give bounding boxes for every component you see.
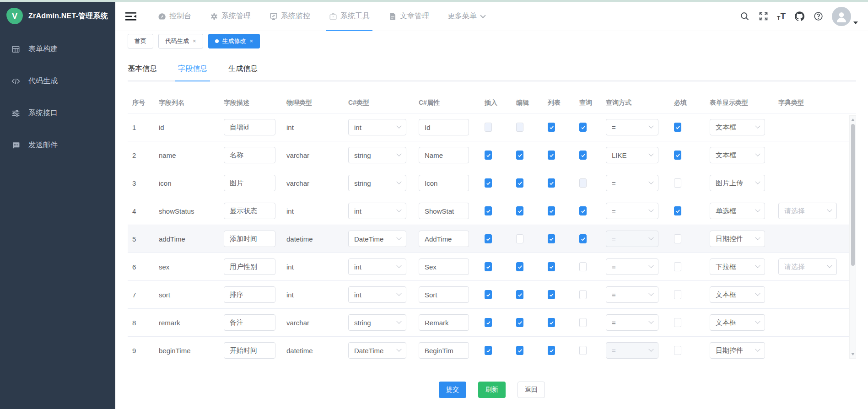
cs-type-select[interactable]: string [348,314,406,331]
edit-checkbox[interactable] [516,151,523,160]
collapse-menu-icon[interactable] [125,12,136,21]
required-checkbox[interactable] [674,318,681,327]
nav-item-console[interactable]: 控制台 [156,2,193,31]
list-checkbox[interactable] [548,262,555,271]
cs-type-select[interactable]: int [348,119,406,135]
field-description-input[interactable] [224,203,275,219]
cs-property-input[interactable] [419,258,469,275]
nav-item-system-mgmt[interactable]: 系统管理 [208,2,253,31]
field-description-input[interactable] [224,175,275,191]
sidebar-item-code-gen[interactable]: 代码生成 [0,65,115,97]
cs-property-input[interactable] [419,231,469,247]
edit-checkbox[interactable] [516,346,523,355]
field-description-input[interactable] [224,258,275,275]
edit-checkbox[interactable] [516,318,523,327]
cs-property-input[interactable] [419,203,469,219]
user-menu[interactable] [832,7,858,26]
query-checkbox[interactable] [579,290,587,299]
cs-property-input[interactable] [419,286,469,303]
cs-type-select[interactable]: int [348,203,406,219]
query-mode-select[interactable]: = [606,119,658,135]
dict-type-select[interactable]: 请选择 [778,203,837,219]
insert-checkbox[interactable] [485,262,492,271]
query-mode-select[interactable]: = [606,314,658,331]
display-type-select[interactable]: 图片上传 [710,175,765,191]
edit-checkbox[interactable] [516,262,523,271]
cs-property-input[interactable] [419,175,469,191]
display-type-select[interactable]: 文本框 [710,286,765,303]
query-mode-select[interactable]: = [606,258,658,275]
insert-checkbox[interactable] [485,206,492,215]
table-scrollbar[interactable] [849,115,856,359]
edit-checkbox[interactable] [516,290,523,299]
cs-type-select[interactable]: int [348,286,406,303]
insert-checkbox[interactable] [485,318,492,327]
cs-type-select[interactable]: DateTime [348,342,406,359]
insert-checkbox[interactable] [485,234,492,243]
required-checkbox[interactable] [674,346,681,355]
required-checkbox[interactable] [674,178,681,188]
cs-type-select[interactable]: int [348,258,406,275]
display-type-select[interactable]: 单选框 [710,203,765,219]
list-checkbox[interactable] [548,178,555,188]
field-description-input[interactable] [224,231,275,247]
field-description-input[interactable] [224,119,275,135]
fullscreen-icon[interactable] [758,11,768,22]
tag-home[interactable]: 首页 [128,34,153,48]
list-checkbox[interactable] [548,123,555,132]
cs-property-input[interactable] [419,119,469,135]
query-checkbox[interactable] [579,346,587,355]
display-type-select[interactable]: 下拉框 [710,258,765,275]
list-checkbox[interactable] [548,290,555,299]
cs-property-input[interactable] [419,147,469,163]
list-checkbox[interactable] [548,234,555,243]
help-icon[interactable] [813,11,823,22]
tag-code-gen[interactable]: 代码生成 × [158,34,203,48]
list-checkbox[interactable] [548,206,555,215]
tab-field-info[interactable]: 字段信息 [178,64,207,81]
field-description-input[interactable] [224,342,275,359]
required-checkbox[interactable] [674,123,681,132]
tab-basic-info[interactable]: 基本信息 [128,64,157,81]
query-checkbox[interactable] [579,262,587,271]
query-mode-select[interactable]: = [606,175,658,191]
display-type-select[interactable]: 日期控件 [710,231,765,247]
tag-gen-edit[interactable]: 生成修改 × [208,34,260,48]
cs-type-select[interactable]: string [348,175,406,191]
scroll-up-icon[interactable] [850,117,856,123]
required-checkbox[interactable] [674,151,681,160]
insert-checkbox[interactable] [485,151,492,160]
tab-gen-info[interactable]: 生成信息 [228,64,258,81]
field-description-input[interactable] [224,314,275,331]
insert-checkbox[interactable] [485,178,492,188]
display-type-select[interactable]: 文本框 [710,119,765,135]
insert-checkbox[interactable] [485,346,492,355]
nav-item-system-monitor[interactable]: 系统监控 [267,2,312,31]
insert-checkbox[interactable] [485,290,492,299]
field-description-input[interactable] [224,286,275,303]
display-type-select[interactable]: 文本框 [710,314,765,331]
submit-button[interactable]: 提交 [439,382,466,398]
scrollbar-thumb[interactable] [851,124,855,266]
close-icon[interactable]: × [250,38,253,44]
cs-type-select[interactable]: string [348,147,406,163]
refresh-button[interactable]: 刷新 [478,382,506,398]
required-checkbox[interactable] [674,290,681,299]
required-checkbox[interactable] [674,234,681,243]
nav-item-more-menu[interactable]: 更多菜单 [446,2,488,31]
query-checkbox[interactable] [579,206,587,215]
github-icon[interactable] [794,11,804,22]
query-checkbox[interactable] [579,123,587,132]
list-checkbox[interactable] [548,346,555,355]
sidebar-item-system-api[interactable]: 系统接口 [0,97,115,129]
cs-property-input[interactable] [419,342,469,359]
query-mode-select[interactable]: LIKE [606,147,658,163]
query-checkbox[interactable] [579,234,587,243]
nav-item-system-tools[interactable]: 系统工具 [327,2,372,31]
cs-property-input[interactable] [419,314,469,331]
cs-type-select[interactable]: DateTime [348,231,406,247]
list-checkbox[interactable] [548,151,555,160]
query-mode-select[interactable]: = [606,286,658,303]
sidebar-item-form-builder[interactable]: 表单构建 [0,33,115,65]
dict-type-select[interactable]: 请选择 [778,258,837,275]
